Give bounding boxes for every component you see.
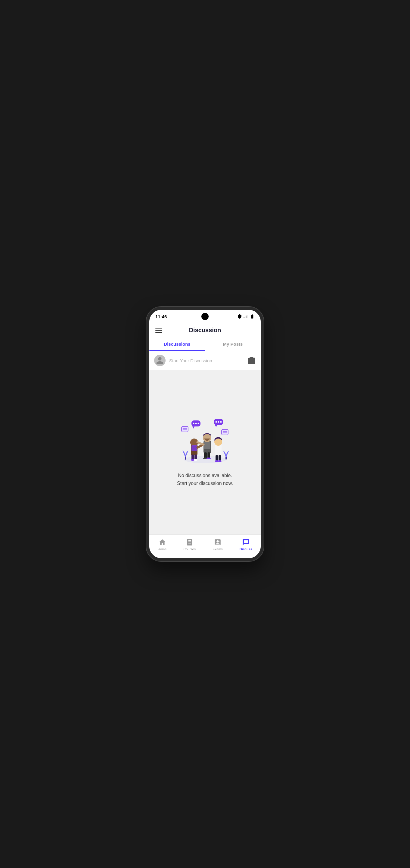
post-input-placeholder[interactable]: Start Your Discussion [169,358,244,363]
shield-icon [237,314,242,319]
avatar [154,355,166,366]
camera-icon[interactable] [247,356,256,365]
nav-home[interactable]: Home [154,537,170,552]
camera-notch [201,313,209,320]
battery-icon [250,314,255,319]
svg-rect-21 [215,444,221,456]
empty-illustration [175,417,235,466]
svg-point-35 [220,421,222,423]
svg-rect-6 [226,457,227,460]
top-bar: Discussion [149,323,261,337]
tabs-container: Discussions My Posts [149,337,261,351]
svg-rect-18 [207,453,210,458]
nav-exams[interactable]: Exams [209,537,226,552]
avatar-icon [156,356,164,365]
empty-text: No discussions available. Start your dis… [177,472,233,487]
tab-my-posts[interactable]: My Posts [205,337,261,351]
status-time: 11:46 [155,314,167,319]
svg-marker-31 [192,427,195,429]
menu-button[interactable] [155,328,162,333]
svg-point-28 [193,423,195,424]
svg-point-34 [218,421,219,423]
svg-rect-0 [244,317,244,318]
svg-point-13 [194,459,198,461]
nav-discuss[interactable]: Discuss [236,537,256,552]
bottom-nav: Home Courses Exams Discuss [149,534,261,558]
status-icons [237,314,255,319]
svg-rect-17 [204,453,207,458]
svg-rect-2 [246,315,246,318]
tab-discussions[interactable]: Discussions [149,337,205,351]
svg-rect-40 [221,430,228,435]
svg-point-29 [195,423,197,424]
phone-frame: 11:46 Discussion Discussions My Posts [146,307,264,561]
svg-rect-1 [245,316,245,318]
signal-icon [243,314,248,319]
svg-rect-9 [192,445,197,451]
status-bar: 11:46 [149,310,261,323]
nav-courses[interactable]: Courses [180,537,199,552]
nav-exams-label: Exams [212,547,223,551]
nav-courses-label: Courses [183,547,196,551]
svg-point-30 [198,423,199,424]
svg-rect-3 [247,315,247,318]
empty-state: No discussions available. Start your dis… [175,417,235,487]
svg-rect-37 [181,427,188,432]
svg-point-20 [206,458,211,459]
exams-icon [214,538,221,546]
page-title: Discussion [189,327,221,334]
discuss-icon [242,538,250,546]
svg-point-33 [215,421,217,423]
svg-rect-15 [204,441,210,449]
svg-point-26 [218,460,221,462]
svg-rect-5 [185,457,186,460]
nav-home-label: Home [158,547,167,551]
nav-discuss-label: Discuss [240,547,252,551]
content-area: No discussions available. Start your dis… [149,370,261,534]
home-icon [158,538,166,546]
courses-icon [186,538,194,546]
post-input-bar[interactable]: Start Your Discussion [149,351,261,370]
svg-marker-36 [215,425,217,427]
